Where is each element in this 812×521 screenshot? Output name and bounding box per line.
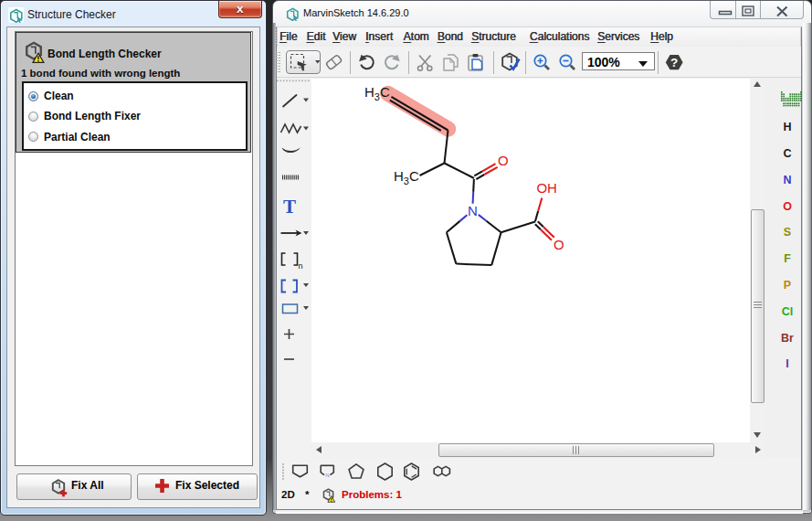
svg-text:OH: OH bbox=[536, 180, 557, 196]
svg-text:T: T bbox=[283, 196, 296, 218]
svg-text:H3C: H3C bbox=[394, 168, 419, 186]
svg-text:N: N bbox=[468, 203, 478, 218]
svg-text:?: ? bbox=[670, 56, 678, 69]
svg-text:N: N bbox=[325, 473, 329, 478]
svg-text:O: O bbox=[498, 153, 509, 168]
svg-text:O: O bbox=[554, 237, 564, 252]
svg-text:n: n bbox=[299, 261, 303, 271]
svg-text:H3C: H3C bbox=[364, 84, 390, 102]
